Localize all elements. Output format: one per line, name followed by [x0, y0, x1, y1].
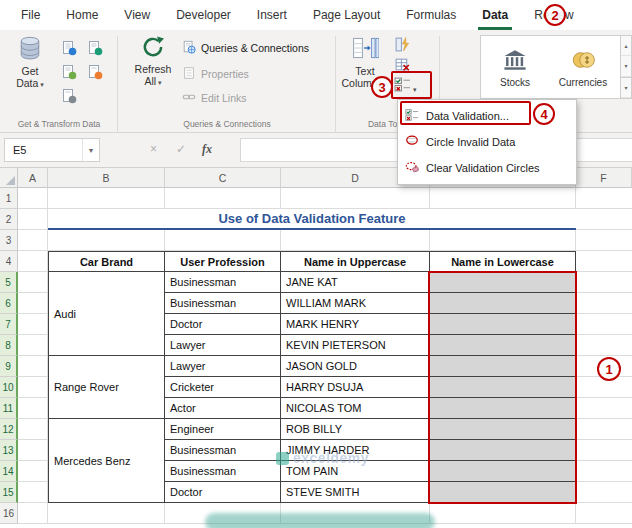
- name-box-caret-icon[interactable]: ▾: [82, 139, 99, 161]
- row-header-11[interactable]: 11: [0, 398, 18, 419]
- row-header-7[interactable]: 7: [0, 314, 18, 335]
- cell-name-lowercase-empty[interactable]: [430, 419, 576, 440]
- row-header-12[interactable]: 12: [0, 419, 18, 440]
- fx-icon[interactable]: fx: [202, 142, 212, 157]
- name-box-value: E5: [13, 144, 26, 156]
- refresh-all-button[interactable]: Refresh All: [130, 34, 176, 89]
- tab-view[interactable]: View: [111, 0, 163, 30]
- row-header-8[interactable]: 8: [0, 335, 18, 356]
- get-data-button[interactable]: Get Data: [8, 34, 52, 91]
- cell-profession[interactable]: Businessman: [165, 440, 281, 461]
- row-header-15[interactable]: 15: [0, 482, 18, 503]
- cell-profession[interactable]: Businessman: [165, 293, 281, 314]
- sheet-title-cell[interactable]: Use of Data Validation Feature: [48, 209, 576, 230]
- cell-profession[interactable]: Doctor: [165, 314, 281, 335]
- properties-icon: [182, 66, 196, 82]
- cell-profession[interactable]: Lawyer: [165, 356, 281, 377]
- recent-sources-button[interactable]: [82, 60, 108, 84]
- menu-item-circle-invalid-data[interactable]: Circle Invalid Data: [398, 129, 576, 155]
- tab-home[interactable]: Home: [53, 0, 111, 30]
- gallery-down-icon[interactable]: [621, 56, 631, 76]
- brand-cell-mercedes-benz[interactable]: Mercedes Benz: [48, 419, 165, 503]
- tab-formulas[interactable]: Formulas: [393, 0, 469, 30]
- dropdown-caret-icon: [156, 75, 162, 87]
- cell-name-uppercase[interactable]: HARRY DSUJA: [281, 377, 430, 398]
- tab-page-layout[interactable]: Page Layout: [300, 0, 393, 30]
- cell-name-uppercase[interactable]: KEVIN PIETERSON: [281, 335, 430, 356]
- remove-duplicates-button[interactable]: [394, 56, 411, 77]
- tab-data[interactable]: Data: [469, 0, 521, 30]
- tab-insert[interactable]: Insert: [244, 0, 300, 30]
- row-header-6[interactable]: 6: [0, 293, 18, 314]
- column-header-f[interactable]: F: [576, 168, 632, 188]
- cell-profession[interactable]: Cricketer: [165, 377, 281, 398]
- flash-fill-button[interactable]: [394, 36, 411, 57]
- row-header-14[interactable]: 14: [0, 461, 18, 482]
- cell-name-uppercase[interactable]: STEVE SMITH: [281, 482, 430, 503]
- from-text-csv-button[interactable]: [56, 36, 82, 60]
- currencies-button[interactable]: Currencies: [549, 36, 617, 98]
- cell-name-uppercase[interactable]: JANE KAT: [281, 272, 430, 293]
- cell-name-lowercase-empty[interactable]: [430, 482, 576, 503]
- cell-name-uppercase[interactable]: NICOLAS TOM: [281, 398, 430, 419]
- row-header-3[interactable]: 3: [0, 230, 18, 251]
- queries-connections-button[interactable]: Queries & Connections: [182, 40, 309, 56]
- cell-name-lowercase-empty[interactable]: [430, 293, 576, 314]
- row-header-16[interactable]: 16: [0, 503, 18, 524]
- table-header-car-brand[interactable]: Car Brand: [48, 251, 165, 272]
- cell-name-uppercase[interactable]: ROB BILLY: [281, 419, 430, 440]
- properties-button[interactable]: Properties: [182, 66, 249, 82]
- cell-name-uppercase[interactable]: MARK HENRY: [281, 314, 430, 335]
- select-all-corner[interactable]: [0, 168, 18, 188]
- flash-fill-icon: [394, 36, 411, 57]
- cell-name-lowercase-empty[interactable]: [430, 272, 576, 293]
- cell-profession[interactable]: Lawyer: [165, 335, 281, 356]
- cancel-icon[interactable]: ×: [150, 142, 157, 156]
- table-header-user-profession[interactable]: User Profession: [165, 251, 281, 272]
- cell-profession[interactable]: Doctor: [165, 482, 281, 503]
- tab-developer[interactable]: Developer: [163, 0, 244, 30]
- edit-links-button[interactable]: Edit Links: [182, 90, 247, 106]
- cell-name-lowercase-empty[interactable]: [430, 377, 576, 398]
- cell-name-lowercase-empty[interactable]: [430, 356, 576, 377]
- cell-name-lowercase-empty[interactable]: [430, 440, 576, 461]
- column-header-a[interactable]: A: [18, 168, 48, 188]
- tab-file[interactable]: File: [8, 0, 53, 30]
- menu-item-clear-validation-circles[interactable]: Clear Validation Circles: [398, 155, 576, 181]
- cell-name-lowercase-empty[interactable]: [430, 335, 576, 356]
- cell-name-lowercase-empty[interactable]: [430, 314, 576, 335]
- remove-duplicates-icon: [394, 56, 411, 77]
- from-web-button[interactable]: [82, 36, 108, 60]
- row-header-9[interactable]: 9: [0, 356, 18, 377]
- row-header-5[interactable]: 5: [0, 272, 18, 293]
- data-validation-button[interactable]: [394, 76, 417, 97]
- existing-connections-button[interactable]: [56, 84, 82, 108]
- table-header-name-uppercase[interactable]: Name in Uppercase: [281, 251, 430, 272]
- row-header-13[interactable]: 13: [0, 440, 18, 461]
- brand-cell-audi[interactable]: Audi: [48, 272, 165, 356]
- cell-name-uppercase[interactable]: WILLIAM MARK: [281, 293, 430, 314]
- column-header-b[interactable]: B: [48, 168, 165, 188]
- row-header-4[interactable]: 4: [0, 251, 18, 272]
- from-table-range-button[interactable]: [56, 60, 82, 84]
- gallery-up-icon[interactable]: [621, 36, 631, 56]
- cell-name-lowercase-empty[interactable]: [430, 461, 576, 482]
- cell-profession[interactable]: Engineer: [165, 419, 281, 440]
- cell-profession[interactable]: Businessman: [165, 272, 281, 293]
- cell-profession[interactable]: Businessman: [165, 461, 281, 482]
- text-to-columns-icon: [351, 34, 379, 65]
- cell-name-lowercase-empty[interactable]: [430, 398, 576, 419]
- row-header-1[interactable]: 1: [0, 188, 18, 209]
- brand-cell-range-rover[interactable]: Range Rover: [48, 356, 165, 419]
- column-header-c[interactable]: C: [165, 168, 281, 188]
- name-box[interactable]: E5 ▾: [4, 138, 100, 162]
- cell-name-uppercase[interactable]: JASON GOLD: [281, 356, 430, 377]
- watermark-text: exceldemy: [293, 450, 369, 466]
- row-header-10[interactable]: 10: [0, 377, 18, 398]
- enter-icon[interactable]: ✓: [176, 142, 186, 156]
- gallery-more-icon[interactable]: [621, 77, 631, 98]
- table-header-name-lowercase[interactable]: Name in Lowercase: [430, 251, 576, 272]
- stocks-button[interactable]: Stocks: [481, 36, 549, 98]
- row-header-2[interactable]: 2: [0, 209, 18, 230]
- cell-profession[interactable]: Actor: [165, 398, 281, 419]
